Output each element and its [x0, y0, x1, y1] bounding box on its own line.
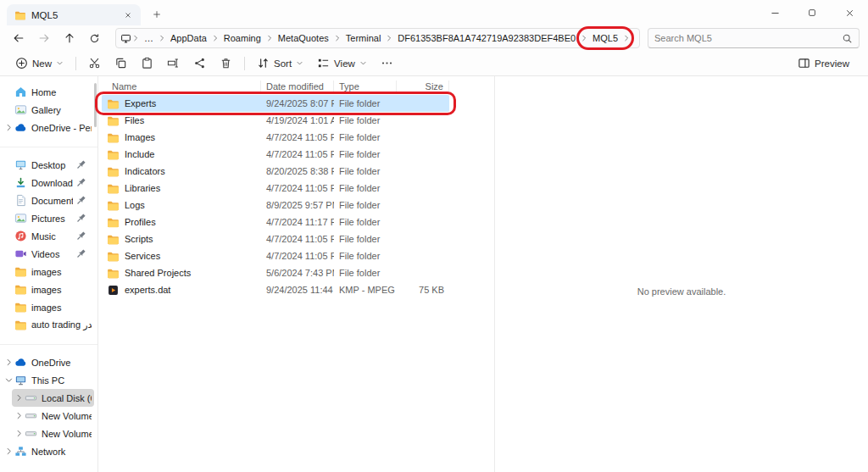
file-row-experts-dat[interactable]: experts.dat9/24/2025 11:44 PMKMP - MPEG … [102, 281, 449, 298]
file-row-libraries[interactable]: Libraries4/7/2024 11:05 PMFile folder [102, 180, 449, 197]
chevron-right-icon[interactable] [14, 393, 24, 403]
up-button[interactable] [58, 28, 81, 48]
file-name: Shared Projects [125, 268, 191, 278]
sidebar-item-downloads[interactable]: Downloads [2, 174, 94, 192]
sidebar-item-documents[interactable]: Documents [2, 192, 94, 209]
search-input[interactable] [654, 33, 842, 43]
file-row-files[interactable]: Files4/19/2024 1:01 AMFile folder [102, 112, 449, 129]
minimize-button[interactable] [756, 0, 793, 25]
search-box[interactable] [648, 28, 860, 48]
sidebar-item-local-disk-c[interactable]: Local Disk (C:) [12, 389, 94, 407]
sidebar-item-gallery[interactable]: Gallery [2, 101, 94, 119]
breadcrumb-item-terminal[interactable]: Terminal [342, 31, 386, 45]
preview-toggle-button[interactable]: Preview [791, 53, 856, 75]
sidebar-item-new-volume-e[interactable]: New Volume (E:) [12, 425, 94, 442]
chevron-right-icon[interactable] [4, 358, 14, 367]
sidebar-item-images[interactable]: images [2, 263, 94, 280]
view-button[interactable]: View [310, 53, 374, 75]
paste-button[interactable] [134, 53, 160, 75]
sidebar-item-auto-trading[interactable]: auto trading ئاتريدر [2, 316, 94, 334]
refresh-button[interactable] [83, 28, 106, 48]
chevron-down-icon[interactable] [4, 375, 14, 385]
breadcrumb-overflow[interactable]: … [140, 31, 158, 45]
delete-button[interactable] [213, 53, 239, 75]
folder-icon [107, 97, 120, 110]
sidebar-item-network[interactable]: Network [2, 442, 94, 460]
file-type: File folder [334, 200, 397, 210]
tab-title: MQL5 [31, 10, 115, 20]
share-button[interactable] [186, 53, 213, 75]
sidebar-item-this-pc[interactable]: This PC [2, 371, 94, 389]
breadcrumb-item-df61353bf8a1a742719a92383def4be0[interactable]: DF61353BF8A1A742719A92383DEF4BE0 [393, 31, 580, 45]
breadcrumb-item-roaming[interactable]: Roaming [220, 31, 265, 45]
folder-icon [14, 301, 27, 314]
sidebar-item-onedrive[interactable]: OneDrive [2, 353, 94, 371]
tab-mql5[interactable]: MQL5 [7, 4, 141, 25]
chevron-right-icon[interactable] [14, 411, 24, 420]
sort-button[interactable]: Sort [250, 53, 310, 75]
videos-icon [14, 247, 27, 260]
breadcrumb-item-appdata[interactable]: AppData [166, 31, 211, 45]
breadcrumb-item-mql5[interactable]: MQL5 [588, 31, 622, 45]
sidebar-item-new-volume-d[interactable]: New Volume (D:) [12, 407, 94, 425]
file-name: Scripts [125, 234, 153, 244]
maximize-button[interactable] [793, 0, 831, 25]
back-button[interactable] [7, 28, 30, 48]
sidebar-item-desktop[interactable]: Desktop [2, 156, 94, 174]
maximize-icon [807, 8, 817, 18]
file-row-scripts[interactable]: Scripts4/7/2024 11:05 PMFile folder [102, 230, 449, 247]
sidebar-item-images[interactable]: images [2, 280, 94, 298]
sidebar-item-pictures[interactable]: Pictures [2, 209, 94, 227]
folder-icon [107, 131, 120, 144]
file-row-logs[interactable]: Logs8/9/2025 9:57 PMFile folder [102, 197, 449, 214]
chevron-right-icon[interactable] [4, 123, 14, 132]
sidebar-item-music[interactable]: Music [2, 227, 94, 245]
column-header-size[interactable]: Size [397, 81, 449, 92]
chevron-right-icon[interactable] [4, 447, 14, 456]
chevron-right-icon[interactable] [14, 429, 24, 438]
file-row-experts[interactable]: Experts9/24/2025 8:07 PMFile folder [102, 95, 449, 112]
column-header-name[interactable]: Name [102, 81, 261, 92]
more-options-button[interactable] [374, 53, 400, 75]
pin-icon [75, 247, 87, 260]
file-date: 4/19/2024 1:01 AM [261, 115, 334, 125]
navigation-bar: …AppDataRoamingMetaQuotesTerminalDF61353… [0, 25, 868, 51]
file-row-profiles[interactable]: Profiles4/7/2024 11:17 PMFile folder [102, 214, 449, 230]
new-button-label: New [32, 58, 52, 69]
sidebar-item-onedrive-persona[interactable]: OneDrive - Persona [2, 119, 94, 136]
share-icon [193, 57, 206, 69]
file-row-images[interactable]: Images4/7/2024 11:05 PMFile folder [102, 129, 449, 146]
sidebar-item-videos[interactable]: Videos [2, 245, 94, 263]
chevron-right-icon [131, 34, 140, 42]
chevron-right-icon [333, 34, 342, 42]
content-area: HomeGalleryOneDrive - PersonaDesktopDown… [0, 76, 868, 472]
file-row-include[interactable]: Include4/7/2024 11:05 PMFile folder [102, 146, 449, 163]
sidebar-item-label: images [31, 303, 92, 313]
cloud-icon [14, 121, 27, 134]
pin-icon [75, 176, 87, 189]
new-button[interactable]: New [8, 53, 70, 75]
tab-close-button[interactable] [120, 8, 136, 23]
file-row-services[interactable]: Services4/7/2024 11:05 PMFile folder [102, 247, 449, 264]
rename-button[interactable] [160, 53, 186, 75]
chevron-right-icon [158, 34, 166, 42]
file-type: File folder [334, 98, 397, 108]
new-tab-button[interactable] [149, 7, 164, 22]
sidebar-scrollbar[interactable] [94, 83, 97, 127]
chevron-right-icon [622, 34, 631, 42]
file-date: 4/7/2024 11:17 PM [261, 217, 334, 227]
cut-button[interactable] [81, 53, 108, 75]
forward-button[interactable] [32, 28, 55, 48]
sidebar-item-home[interactable]: Home [2, 83, 94, 101]
copy-button[interactable] [108, 53, 134, 75]
column-header-type[interactable]: Type [334, 81, 397, 92]
sidebar-item-label: Gallery [31, 105, 92, 115]
file-row-indicators[interactable]: Indicators8/20/2025 8:38 PMFile folder [102, 163, 449, 180]
file-row-shared-projects[interactable]: Shared Projects5/6/2024 7:43 PMFile fold… [102, 264, 449, 281]
close-button[interactable] [831, 0, 868, 25]
column-header-date-modified[interactable]: Date modified [261, 81, 334, 92]
sidebar-item-label: New Volume (D:) [42, 411, 92, 421]
breadcrumb-item-metaquotes[interactable]: MetaQuotes [274, 31, 333, 45]
sort-button-label: Sort [274, 58, 292, 69]
sidebar-item-images[interactable]: images [2, 298, 94, 316]
